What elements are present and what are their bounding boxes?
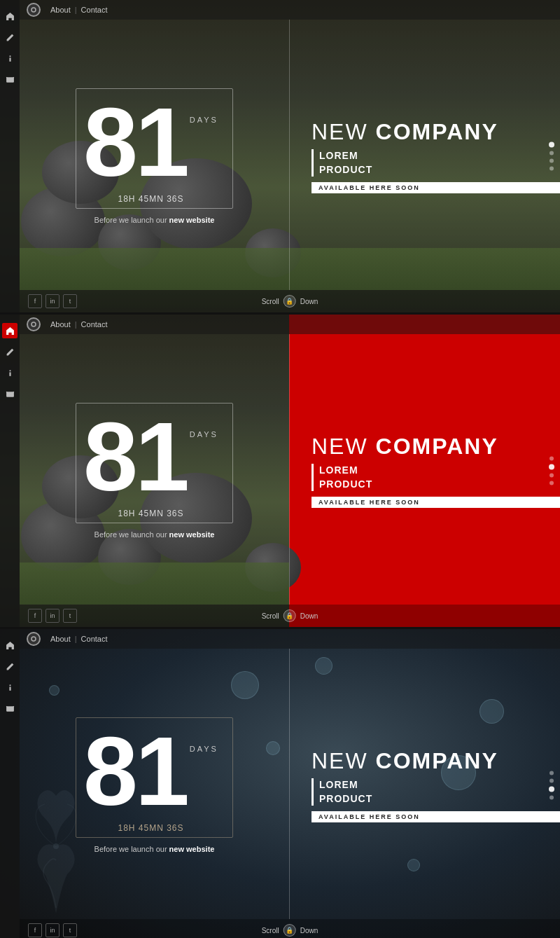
vertical-divider-2 (289, 334, 290, 605)
social-icons-3: f in t (28, 923, 77, 937)
social-tw-2[interactable]: t (63, 609, 77, 623)
sidebar-info-icon[interactable] (2, 50, 18, 66)
sidebar-info-icon-2[interactable] (2, 365, 18, 380)
top-nav-2: About | Contact (20, 315, 560, 334)
lorem-line-1: LOREM (319, 149, 560, 163)
dot-1-2[interactable] (550, 151, 554, 156)
social-in-1[interactable]: in (46, 294, 59, 308)
available-badge-2: AVAILABLE HERE SOON (312, 497, 560, 508)
lorem-product-3: LOREM PRODUCT (312, 778, 560, 806)
nav-divider-3: | (75, 635, 77, 643)
tagline-3: Before we launch our new website (94, 845, 215, 853)
dot-2-2[interactable] (549, 464, 554, 470)
top-nav-3: About | Contact (20, 629, 560, 649)
social-fb-2[interactable]: f (28, 609, 42, 623)
nav-contact[interactable]: Contact (81, 6, 108, 14)
lock-icon-2[interactable]: 🔒 (284, 609, 296, 622)
social-fb-1[interactable]: f (28, 294, 42, 308)
scroll-label-3: Scroll (262, 927, 279, 934)
new-company-3: NEW COMPANY (312, 748, 560, 774)
bracket-box-3: 81 DAYS 18H 45MN 36S (76, 717, 233, 838)
days-label-2: DAYS (190, 430, 218, 439)
logo-3[interactable] (27, 632, 41, 646)
sidebar-3 (0, 629, 20, 938)
dot-3-3[interactable] (549, 787, 554, 792)
sidebar-edit-icon-3[interactable] (2, 658, 18, 674)
dot-2-3[interactable] (550, 474, 554, 478)
nav-divider: | (75, 6, 77, 14)
nav-about-3[interactable]: About (50, 635, 71, 643)
sidebar-edit-icon-2[interactable] (2, 344, 18, 359)
number-days-row: 81 DAYS (83, 93, 218, 191)
number-days-row-2: 81 DAYS (83, 408, 218, 506)
panel-2: About | Contact 81 DAYS 18H 45MN 36S Bef… (0, 315, 560, 627)
nav-about[interactable]: About (50, 6, 71, 14)
nav-about-2[interactable]: About (50, 320, 71, 329)
social-in-3[interactable]: in (46, 923, 59, 937)
lock-icon-3[interactable]: 🔒 (284, 924, 296, 937)
dot-2-1[interactable] (550, 457, 554, 461)
sidebar-mail-icon-2[interactable] (2, 386, 18, 401)
nav-divider-2: | (75, 320, 77, 329)
scroll-label-2: Scroll (262, 612, 279, 620)
lorem-line-2: LOREM (319, 464, 560, 478)
svg-point-9 (9, 684, 10, 686)
days-number-2: 81 (83, 408, 187, 506)
logo[interactable] (27, 3, 41, 17)
svg-point-4 (9, 370, 10, 371)
dot-1-1[interactable] (549, 142, 554, 148)
countdown-wrapper-2: 81 DAYS 18H 45MN 36S (76, 403, 233, 523)
countdown-area-3: 81 DAYS 18H 45MN 36S Before we launch ou… (20, 629, 289, 938)
sidebar-home-icon[interactable] (2, 8, 18, 24)
lock-icon-1[interactable]: 🔒 (284, 295, 296, 308)
sidebar-mail-icon[interactable] (2, 71, 18, 87)
nav-contact-3[interactable]: Contact (81, 635, 108, 643)
available-badge-3: AVAILABLE HERE SOON (312, 811, 560, 822)
svg-point-3 (31, 8, 36, 12)
tagline-1: Before we launch our new website (94, 216, 215, 224)
svg-point-12 (31, 637, 36, 641)
right-dots-3 (549, 771, 554, 800)
dot-3-2[interactable] (550, 779, 554, 783)
right-dots-2 (549, 457, 554, 485)
bracket-box-1: 81 DAYS 18H 45MN 36S (76, 88, 233, 209)
countdown-area-2: 81 DAYS 18H 45MN 36S Before we launch ou… (20, 315, 289, 627)
panel-1: About | Contact 81 DAYS 18H 45MN 36S Bef… (0, 0, 560, 312)
svg-rect-5 (9, 372, 10, 375)
product-line-1: PRODUCT (319, 163, 560, 177)
down-label-1: Down (300, 298, 318, 305)
sidebar-home-icon-3[interactable] (2, 637, 18, 653)
lorem-line-3: LOREM (319, 778, 560, 792)
social-fb-3[interactable]: f (28, 923, 42, 937)
dot-3-1[interactable] (550, 771, 554, 775)
product-line-3: PRODUCT (319, 792, 560, 806)
social-tw-1[interactable]: t (63, 294, 77, 308)
sidebar-edit-icon[interactable] (2, 29, 18, 45)
sidebar-info-icon-3[interactable] (2, 680, 18, 695)
tagline-2: Before we launch our new website (94, 530, 215, 539)
right-content-3: NEW COMPANY LOREM PRODUCT AVAILABLE HERE… (290, 629, 560, 938)
sidebar-home-icon-2[interactable] (2, 323, 18, 338)
dot-1-4[interactable] (550, 167, 554, 171)
dot-3-4[interactable] (550, 796, 554, 800)
sidebar-2 (0, 315, 20, 627)
right-dots-1 (549, 142, 554, 171)
dot-2-4[interactable] (550, 481, 554, 485)
logo-2[interactable] (27, 317, 41, 331)
scroll-area-1: Scroll 🔒 Down (262, 295, 318, 308)
social-tw-3[interactable]: t (63, 923, 77, 937)
social-in-2[interactable]: in (46, 609, 59, 623)
down-label-3: Down (300, 927, 318, 934)
product-line-2: PRODUCT (319, 478, 560, 492)
vertical-divider-3 (289, 649, 290, 919)
lorem-product-1: LOREM PRODUCT (312, 149, 560, 177)
social-icons-1: f in t (28, 294, 77, 308)
social-icons-2: f in t (28, 609, 77, 623)
nav-contact-2[interactable]: Contact (81, 320, 108, 329)
bottom-bar-3: f in t Scroll 🔒 Down (20, 919, 560, 938)
lorem-product-2: LOREM PRODUCT (312, 464, 560, 491)
countdown-area-1: 81 DAYS 18H 45MN 36S Before we launch ou… (20, 0, 289, 312)
svg-rect-1 (9, 57, 10, 61)
sidebar-mail-icon-3[interactable] (2, 701, 18, 716)
dot-1-3[interactable] (550, 159, 554, 163)
